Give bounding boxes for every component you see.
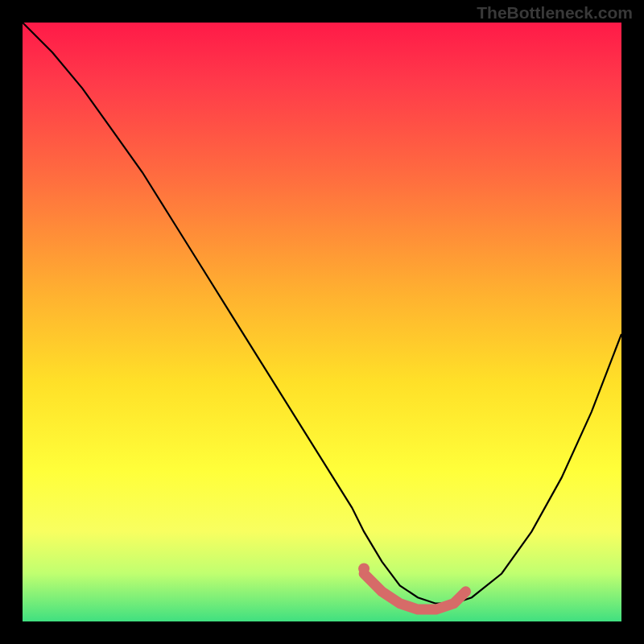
chart-svg [23,23,621,621]
chart-container: TheBottleneck.com [0,0,644,644]
optimal-range-highlight [358,564,465,610]
svg-point-0 [358,564,369,575]
watermark: TheBottleneck.com [477,3,633,23]
bottleneck-curve [23,23,621,604]
